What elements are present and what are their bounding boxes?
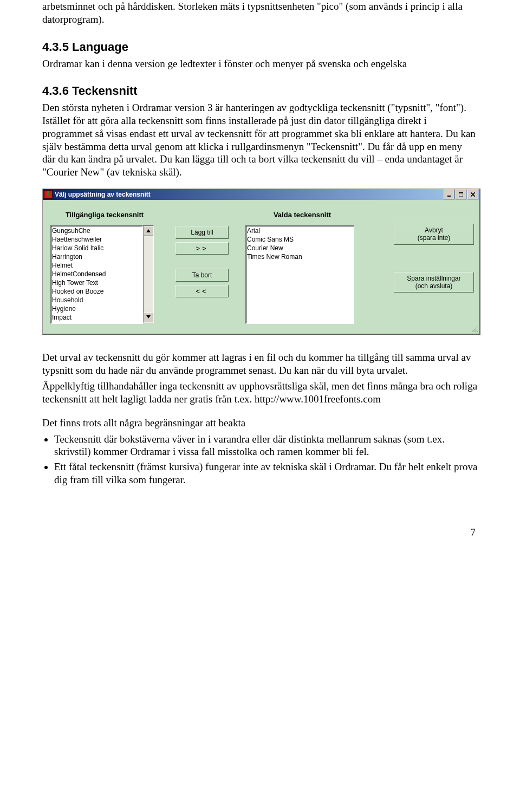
- list-item: Teckensnitt där bokstäverna väver in i v…: [54, 433, 478, 459]
- available-listbox[interactable]: GungsuhChe Haettenschweiler Harlow Solid…: [50, 225, 143, 324]
- paragraph-teckensnitt: Den största nyheten i Ordramar version 3…: [42, 101, 478, 179]
- list-item[interactable]: Household: [52, 296, 141, 304]
- list-item[interactable]: Comic Sans MS: [247, 235, 353, 244]
- list-item[interactable]: Hygiene: [52, 304, 141, 313]
- list-item[interactable]: Impact: [52, 313, 141, 322]
- minimize-button[interactable]: [444, 190, 454, 199]
- list-item[interactable]: Courier New: [247, 244, 353, 252]
- selected-label: Valda teckensnitt: [245, 211, 359, 219]
- svg-marker-6: [146, 315, 151, 319]
- dialog-titlebar[interactable]: Välj uppsättning av teckensnitt: [43, 189, 479, 200]
- resize-handle[interactable]: [471, 325, 478, 333]
- selected-listbox[interactable]: Arial Comic Sans MS Courier New Times Ne…: [245, 225, 354, 324]
- list-item[interactable]: High Tower Text: [52, 278, 141, 287]
- list-item: Ett fåtal teckensnitt (främst kursiva) f…: [54, 460, 478, 486]
- maximize-icon: [459, 192, 463, 197]
- close-icon: [471, 192, 475, 197]
- paragraph-intro: arbetsminnet och på hårddisken. Storleke…: [42, 0, 478, 26]
- remove-button[interactable]: Ta bort: [176, 269, 229, 282]
- list-item[interactable]: Haettenschweiler: [52, 235, 141, 244]
- list-item[interactable]: Arial: [247, 226, 353, 235]
- minimize-icon: [447, 192, 451, 197]
- list-item[interactable]: HelmetCondensed: [52, 270, 141, 278]
- chevron-down-icon: [146, 315, 151, 319]
- scrollbar[interactable]: [143, 225, 154, 323]
- app-icon: [44, 190, 53, 199]
- scroll-down-button[interactable]: [144, 312, 153, 322]
- add-button[interactable]: Lägg till: [176, 226, 229, 239]
- list-item[interactable]: Helmet: [52, 261, 141, 270]
- cancel-button[interactable]: Avbryt (spara inte): [394, 224, 474, 245]
- font-dialog: Välj uppsättning av teckensnitt Tillgäng…: [42, 189, 480, 335]
- save-line2: (och avsluta): [399, 282, 469, 290]
- chevron-up-icon: [146, 229, 151, 232]
- maximize-button[interactable]: [456, 190, 466, 199]
- list-item[interactable]: Times New Roman: [247, 252, 353, 261]
- resize-icon: [471, 325, 478, 333]
- add-glyph-button[interactable]: >>: [176, 242, 229, 255]
- cancel-line1: Avbryt: [399, 226, 469, 234]
- scroll-up-button[interactable]: [144, 226, 153, 236]
- save-button[interactable]: Spara inställningar (och avsluta): [394, 272, 474, 293]
- close-button[interactable]: [467, 190, 478, 199]
- available-label: Tillgängliga teckensnitt: [50, 211, 159, 219]
- paragraph-after-dialog: Det urval av teckensnitt du gör kommer a…: [42, 351, 478, 377]
- list-item[interactable]: Harrington: [52, 252, 141, 261]
- heading-language: 4.3.5 Language: [42, 40, 478, 54]
- limits-list: Teckensnitt där bokstäverna väver in i v…: [42, 433, 478, 486]
- paragraph-language: Ordramar kan i denna version ge ledtexte…: [42, 57, 478, 70]
- cancel-line2: (spara inte): [399, 234, 469, 242]
- paragraph-appelklyftig: Äppelklyftig tillhandahåller inga tecken…: [42, 380, 478, 406]
- svg-rect-0: [447, 196, 451, 197]
- list-item[interactable]: GungsuhChe: [52, 226, 141, 235]
- scroll-track[interactable]: [144, 236, 153, 312]
- svg-rect-2: [459, 192, 463, 193]
- svg-line-9: [477, 331, 478, 332]
- svg-marker-5: [146, 229, 151, 232]
- remove-glyph-button[interactable]: <<: [176, 285, 229, 297]
- page-number: 7: [0, 510, 520, 538]
- list-item[interactable]: Hooked on Booze: [52, 287, 141, 296]
- heading-teckensnitt: 4.3.6 Teckensnitt: [42, 84, 478, 98]
- dialog-title: Välj uppsättning av teckensnitt: [55, 191, 151, 198]
- save-line1: Spara inställningar: [399, 275, 469, 282]
- paragraph-limits-intro: Det finns trots allt några begränsningar…: [42, 417, 478, 430]
- list-item[interactable]: Harlow Solid Italic: [52, 244, 141, 252]
